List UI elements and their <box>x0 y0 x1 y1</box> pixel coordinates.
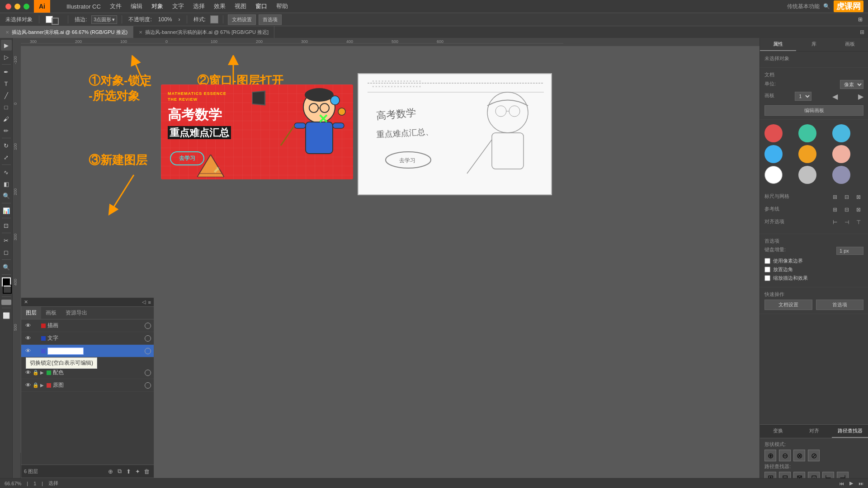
screen-mode[interactable]: ⬜ <box>1 310 12 321</box>
color-swatch-white[interactable] <box>764 166 783 184</box>
eyedropper-tool[interactable]: 🔍 <box>1 190 12 201</box>
minimize-button[interactable] <box>14 4 20 9</box>
slice-tool[interactable]: ✂ <box>1 235 12 246</box>
layer-visibility-colors[interactable]: 👁 <box>24 369 32 376</box>
layer-expand-original[interactable]: ▶ <box>40 383 44 388</box>
color-swatch-red[interactable] <box>764 124 783 142</box>
color-swatch-teal[interactable] <box>798 124 816 142</box>
snap-pixel-checkbox[interactable] <box>764 258 770 264</box>
status-play[interactable]: ▶ <box>849 480 853 486</box>
layer-item-original[interactable]: 👁 🔒 ▶ 原图 <box>21 379 154 392</box>
tab-2[interactable]: ✕ 插边风-banner演示稿的副本.ai @ 67% [RGB/GPU 推迟] <box>133 26 274 38</box>
layer-name-input[interactable] <box>47 347 84 355</box>
shape-mode-unite[interactable]: ⊕ <box>764 450 776 461</box>
guides-icon-1[interactable]: ⊞ <box>830 205 840 215</box>
menu-help[interactable]: 帮助 <box>273 1 292 11</box>
panel-tab-artboard[interactable]: 画板 <box>832 38 868 51</box>
tab-2-close[interactable]: ✕ <box>139 30 142 35</box>
menu-file[interactable]: 文件 <box>106 1 125 11</box>
maximize-button[interactable] <box>24 4 29 9</box>
layers-tab-layers[interactable]: 图层 <box>21 307 41 319</box>
layer-lock-colors[interactable]: 🔒 <box>32 370 39 375</box>
tab-1-close[interactable]: ✕ <box>5 30 9 35</box>
scale-effects-checkbox[interactable] <box>764 275 770 281</box>
window-controls[interactable] <box>0 4 29 9</box>
menu-view[interactable]: 视图 <box>231 1 250 11</box>
color-swatch-lightblue[interactable] <box>764 145 783 163</box>
layers-panel-menu[interactable]: ≡ <box>148 300 151 305</box>
layer-target-original[interactable] <box>145 382 151 389</box>
preferences-button[interactable]: 首选项 <box>259 14 282 25</box>
selection-tool[interactable]: ▶ <box>1 40 12 51</box>
stroke-options[interactable]: 3点圆形 ▾ <box>91 15 117 24</box>
zoom-level[interactable]: 66.67% <box>5 481 21 486</box>
panel-unit-select[interactable]: 像素 <box>840 80 863 89</box>
panel-artboard-nav-right[interactable]: ▶ <box>858 92 863 101</box>
zoom-tool[interactable]: 🔍 <box>1 262 12 272</box>
menu-apple[interactable] <box>54 5 61 7</box>
status-play-prev[interactable]: ⏮ <box>839 481 844 486</box>
keyboard-nudge-input[interactable] <box>836 247 863 255</box>
edit-artboard-button[interactable]: 编辑画板 <box>764 105 863 116</box>
guides-icon-3[interactable]: ⊠ <box>854 205 863 215</box>
layer-target-text[interactable] <box>145 335 151 342</box>
scale-tool[interactable]: ⤢ <box>1 152 12 163</box>
opacity-arrow-right[interactable]: › <box>177 15 182 23</box>
ruler-grid-icon-2[interactable]: ⊟ <box>842 192 852 202</box>
layer-item-text[interactable]: 👁 文字 <box>21 332 154 345</box>
line-tool[interactable]: ╱ <box>1 90 12 101</box>
layers-tab-artboards[interactable]: 画板 <box>41 307 61 319</box>
guides-icon-2[interactable]: ⊟ <box>842 205 852 215</box>
menu-object[interactable]: 对象 <box>148 1 167 11</box>
status-play-next[interactable]: ⏭ <box>859 481 863 486</box>
color-swatch-salmon[interactable] <box>832 145 850 163</box>
rotate-tool[interactable]: ↻ <box>1 140 12 151</box>
tab-1[interactable]: ✕ 插边风-banner演示稿.ai @ 66.67% (RGB/GPU 推迟) <box>0 26 133 38</box>
drawing-mode[interactable] <box>1 300 11 305</box>
layer-delete[interactable]: 🗑 <box>142 467 151 476</box>
panel-tab-library[interactable]: 库 <box>796 38 832 51</box>
round-corners-checkbox[interactable] <box>764 267 770 272</box>
layer-create-sublayer[interactable]: ⧉ <box>115 467 124 476</box>
shape-tool[interactable]: □ <box>1 102 12 113</box>
bottom-tab-align[interactable]: 对齐 <box>796 425 832 438</box>
menu-effect[interactable]: 效果 <box>210 1 229 11</box>
layer-visibility-original[interactable]: 👁 <box>24 382 32 389</box>
color-swatch-blue[interactable] <box>832 124 850 142</box>
ruler-grid-icon-3[interactable]: ⊠ <box>854 192 863 202</box>
menu-edit[interactable]: 编辑 <box>127 1 146 11</box>
artboard-tool[interactable]: ⊡ <box>1 220 12 231</box>
pen-tool[interactable]: ✒ <box>1 66 12 77</box>
layer-target-editing[interactable] <box>145 348 151 354</box>
layer-item-draw[interactable]: 👁 描画 <box>21 319 154 332</box>
doc-settings-button[interactable]: 文档设置 <box>228 14 256 25</box>
align-icon-2[interactable]: ⊣ <box>842 217 852 227</box>
ruler-grid-icon-1[interactable]: ⊞ <box>830 192 840 202</box>
menu-select[interactable]: 选择 <box>189 1 208 11</box>
menu-text[interactable]: 文字 <box>169 1 188 11</box>
layers-panel-collapse[interactable]: ◁ <box>142 299 146 305</box>
canvas-viewport[interactable]: ①对象-锁定-所选对象 ②窗口-图层打开图层窗口 <box>21 46 760 488</box>
shape-mode-minus[interactable]: ⊖ <box>779 450 791 461</box>
shape-mode-intersect[interactable]: ⊗ <box>793 450 805 461</box>
color-swatch-lavender[interactable] <box>832 166 850 184</box>
layer-target-colors[interactable] <box>145 370 151 376</box>
bottom-tab-transform[interactable]: 变换 <box>760 425 796 438</box>
eraser-tool[interactable]: ◻ <box>1 247 12 258</box>
layers-tab-export[interactable]: 资源导出 <box>61 307 92 319</box>
toolbar-arrange-icons[interactable]: ⊞ <box>856 15 864 23</box>
layer-visibility-editing[interactable]: 👁 <box>24 347 32 354</box>
layers-panel-close[interactable]: ✕ <box>24 299 28 305</box>
close-button[interactable] <box>5 4 11 9</box>
tab-arrange[interactable]: ⊞ <box>856 29 868 35</box>
paintbrush-tool[interactable]: 🖌 <box>1 113 12 124</box>
graph-tool[interactable]: 📊 <box>1 205 12 216</box>
color-swatch-orange[interactable] <box>798 145 816 163</box>
type-tool[interactable]: T <box>1 78 12 89</box>
panel-artboard-nav-left[interactable]: ◀ <box>832 92 838 101</box>
align-icon-1[interactable]: ⊢ <box>830 217 840 227</box>
layer-item-editing[interactable]: 👁 切换锁定(空白表示可编辑) <box>21 345 154 357</box>
quick-doc-settings-button[interactable]: 文档设置 <box>764 300 812 310</box>
fill-color[interactable] <box>44 15 63 24</box>
style-swatch[interactable] <box>210 15 218 23</box>
